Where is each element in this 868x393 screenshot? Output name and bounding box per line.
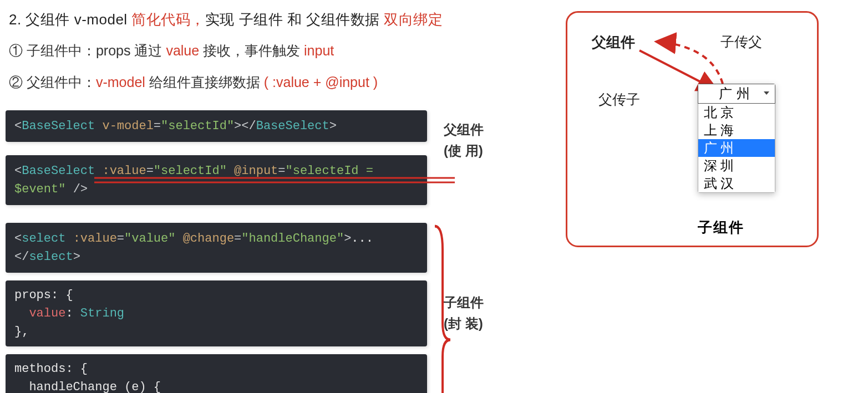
select-option[interactable]: 北京 [698, 104, 775, 121]
select-current[interactable]: 广州 [698, 84, 775, 104]
select-option[interactable]: 武汉 [698, 175, 775, 192]
diagram-parent-to-child: 父传子 [598, 90, 640, 109]
bullet-1: ① 子组件中：props 通过 value 接收，事件触发 input [9, 42, 549, 60]
diagram-box: 父组件 子传父 父传子 广州 北京上海广州深圳武汉 子组件 [566, 11, 819, 247]
diagram-parent-label: 父组件 [592, 33, 635, 52]
code-child-methods: methods: { handleChange (e) { this.$emit… [6, 354, 427, 393]
select-widget[interactable]: 广州 北京上海广州深圳武汉 [698, 84, 775, 193]
code-child-template: <select :value="value" @change="handleCh… [6, 223, 427, 273]
select-option[interactable]: 广州 [698, 139, 775, 157]
heading-line: 2. 父组件 v-model 简化代码，实现 子组件 和 父组件数据 双向绑定 [9, 10, 549, 29]
bullet-2: ② 父组件中：v-model 给组件直接绑数据 ( :value + @inpu… [9, 73, 549, 91]
label-parent-use: 父组件 (使 用) [444, 119, 484, 162]
diagram-child-caption: 子组件 [698, 218, 744, 237]
code-parent-expanded: <BaseSelect :value="selectId" @input="se… [6, 155, 427, 205]
diagram-child-to-parent: 子传父 [720, 33, 762, 51]
code-parent-vmodel: <BaseSelect v-model="selectId"></BaseSel… [6, 110, 427, 142]
select-option[interactable]: 上海 [698, 121, 775, 139]
select-option[interactable]: 深圳 [698, 157, 775, 175]
label-child-wrap: 子组件 (封 装) [444, 292, 484, 335]
code-child-props: props: { value: String }, [6, 280, 427, 346]
